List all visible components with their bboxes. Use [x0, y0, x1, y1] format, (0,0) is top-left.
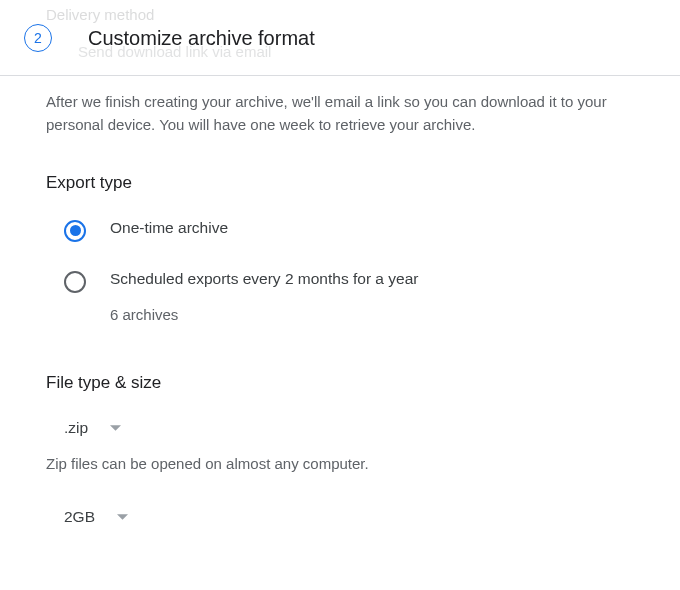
step-content: After we finish creating your archive, w… [0, 76, 680, 526]
export-type-heading: Export type [46, 173, 634, 193]
file-type-description: Zip files can be opened on almost any co… [46, 455, 634, 472]
radio-sublabel: 6 archives [110, 306, 418, 323]
step-number: 2 [34, 30, 42, 46]
radio-label: One-time archive [110, 219, 228, 237]
export-type-group: One-time archive Scheduled exports every… [46, 205, 634, 337]
export-option-onetime[interactable]: One-time archive [46, 205, 634, 256]
file-type-dropdown[interactable]: .zip [64, 419, 121, 437]
step-number-badge: 2 [24, 24, 52, 52]
file-type-value: .zip [64, 419, 88, 437]
radio-icon [64, 220, 86, 242]
archive-description: After we finish creating your archive, w… [46, 90, 634, 137]
chevron-down-icon [110, 425, 121, 431]
chevron-down-icon [117, 514, 128, 520]
radio-icon [64, 271, 86, 293]
export-option-scheduled[interactable]: Scheduled exports every 2 months for a y… [46, 256, 634, 337]
radio-label: Scheduled exports every 2 months for a y… [110, 270, 418, 288]
file-size-value: 2GB [64, 508, 95, 526]
file-type-size-heading: File type & size [46, 373, 634, 393]
step-title: Customize archive format [88, 27, 315, 50]
step-header: Delivery method Send download link via e… [0, 0, 680, 76]
file-size-dropdown[interactable]: 2GB [64, 508, 128, 526]
